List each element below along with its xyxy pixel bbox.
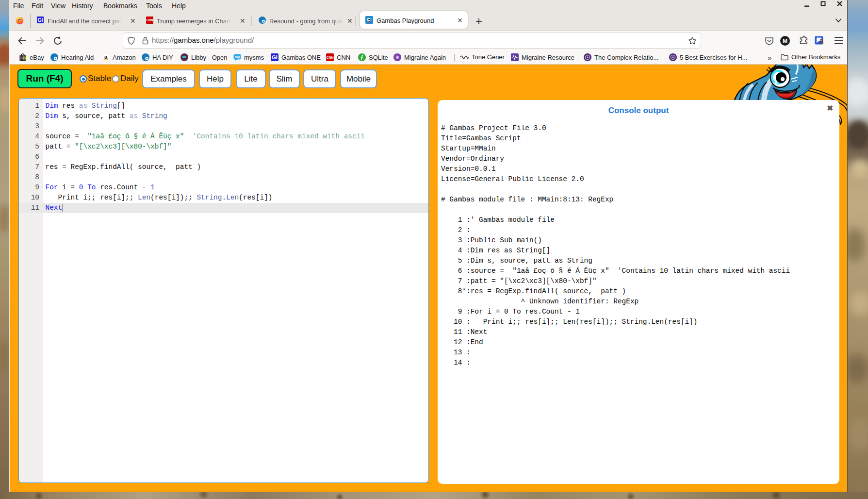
svg-text:GI: GI xyxy=(37,17,43,23)
svg-text:my: my xyxy=(235,55,241,59)
svg-text:CNN: CNN xyxy=(326,56,333,59)
svg-text:CNN: CNN xyxy=(146,18,153,22)
svg-text:GI: GI xyxy=(272,54,278,60)
svg-text:a: a xyxy=(104,54,108,60)
svg-text:M: M xyxy=(783,38,787,45)
